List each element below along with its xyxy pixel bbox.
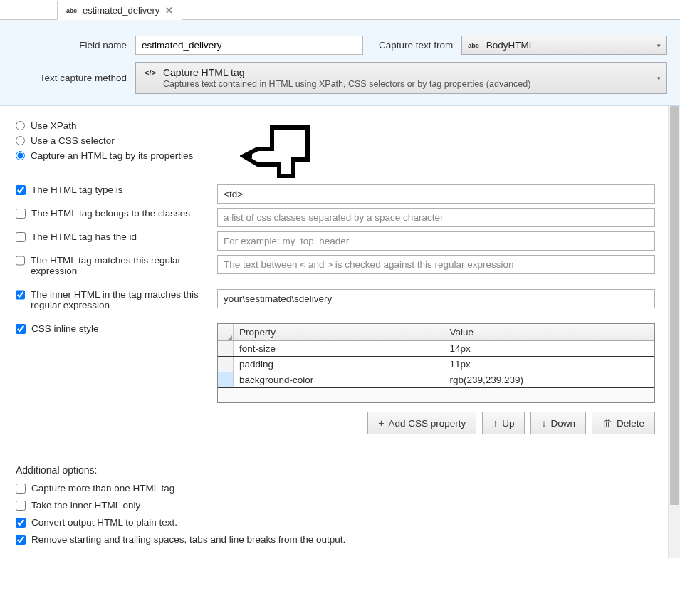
radio-use-css[interactable]: Use a CSS selector <box>16 135 233 146</box>
additional-title: Additional options: <box>16 464 655 476</box>
field-name-label: Field name <box>7 40 135 51</box>
btn-label: Up <box>502 418 514 429</box>
input-classes[interactable] <box>217 208 655 227</box>
additional-options: Additional options: Capture more than on… <box>16 464 655 545</box>
add-css-property-button[interactable]: +Add CSS property <box>367 412 476 434</box>
table-row[interactable]: background-color rgb(239,239,239) <box>218 372 654 388</box>
check-inner-regex[interactable]: The inner HTML in the tag matches this r… <box>16 289 211 310</box>
col-property: Property <box>234 324 444 340</box>
up-button[interactable]: ↑Up <box>482 412 525 434</box>
method-title: Capture HTML tag <box>163 67 530 78</box>
code-icon: </> <box>145 67 156 89</box>
opt-trim-output[interactable]: Remove starting and trailing spaces, tab… <box>16 534 655 545</box>
opt-label: Take the inner HTML only <box>31 500 140 511</box>
cell-prop: background-color <box>234 372 444 387</box>
opt-label: Remove starting and trailing spaces, tab… <box>31 534 345 545</box>
capture-from-select[interactable]: abc BodyHTML ▾ <box>461 36 667 55</box>
check-classes[interactable]: The HTML tag belongs to the classes <box>16 208 211 219</box>
opt-label: Convert output HTML to plain text. <box>31 517 177 528</box>
field-name-input[interactable] <box>135 36 363 55</box>
check-has-id-label: The HTML tag has the id <box>31 231 137 242</box>
trash-icon: 🗑 <box>602 417 612 429</box>
btn-label: Down <box>550 418 575 429</box>
table-row[interactable]: padding 11px <box>218 357 654 372</box>
radio-props-label: Capture an HTML tag by its properties <box>31 150 193 161</box>
svg-rect-0 <box>244 154 252 158</box>
opt-label: Capture more than one HTML tag <box>31 483 174 494</box>
arrow-up-icon: ↑ <box>493 417 498 429</box>
cell-val: rgb(239,239,239) <box>444 372 655 387</box>
tab-bar: abc estimated_delivery ✕ <box>0 0 680 20</box>
method-label: Text capture method <box>7 73 135 83</box>
check-has-id[interactable]: The HTML tag has the id <box>16 231 211 242</box>
check-css-style-label: CSS inline style <box>31 323 99 334</box>
opt-inner-html-only[interactable]: Take the inner HTML only <box>16 500 655 511</box>
radio-xpath-label: Use XPath <box>31 120 77 131</box>
method-select[interactable]: </> Capture HTML tag Captures text conta… <box>135 62 667 94</box>
close-icon[interactable]: ✕ <box>165 5 173 16</box>
opt-convert-plain[interactable]: Convert output HTML to plain text. <box>16 517 655 528</box>
check-inner-regex-label: The inner HTML in the tag matches this r… <box>31 289 211 310</box>
header-pane: Field name Capture text from abc BodyHTM… <box>0 20 680 106</box>
tab-estimated-delivery[interactable]: abc estimated_delivery ✕ <box>57 1 182 20</box>
btn-label: Add CSS property <box>388 418 466 429</box>
capture-from-label: Capture text from <box>363 40 461 51</box>
table-corner <box>218 324 234 340</box>
method-desc: Captures text contained in HTML using XP… <box>163 79 530 89</box>
tab-title: estimated_delivery <box>83 5 159 16</box>
pointer-icon <box>240 120 655 184</box>
capture-from-value: BodyHTML <box>486 40 535 51</box>
css-properties-table[interactable]: Property Value font-size 14px padding 11… <box>217 323 655 403</box>
radio-use-properties[interactable]: Capture an HTML tag by its properties <box>16 150 233 161</box>
opt-capture-multiple[interactable]: Capture more than one HTML tag <box>16 483 655 494</box>
input-tag-regex[interactable] <box>217 255 655 274</box>
scroll-thumb[interactable] <box>670 106 679 505</box>
input-inner-regex[interactable] <box>217 289 655 308</box>
check-classes-label: The HTML tag belongs to the classes <box>31 208 190 219</box>
cell-prop: padding <box>234 357 444 372</box>
abc-type-icon: abc <box>468 42 479 49</box>
check-tag-regex-label: The HTML tag matches this regular expres… <box>31 255 211 276</box>
chevron-down-icon: ▾ <box>657 42 661 49</box>
check-tag-regex[interactable]: The HTML tag matches this regular expres… <box>16 255 211 276</box>
radio-css-label: Use a CSS selector <box>31 135 115 146</box>
table-footer <box>218 388 654 402</box>
plus-icon: + <box>378 417 384 429</box>
cell-val: 11px <box>444 357 655 372</box>
table-row[interactable]: font-size 14px <box>218 341 654 357</box>
input-tag-type[interactable] <box>217 184 655 204</box>
col-value: Value <box>444 324 655 340</box>
input-has-id[interactable] <box>217 231 655 251</box>
abc-type-icon: abc <box>66 7 77 14</box>
delete-button[interactable]: 🗑Delete <box>592 412 655 434</box>
check-css-style[interactable]: CSS inline style <box>16 323 211 334</box>
cell-prop: font-size <box>234 341 444 356</box>
capture-mode-radios: Use XPath Use a CSS selector Capture an … <box>16 120 233 165</box>
arrow-down-icon: ↓ <box>541 417 546 429</box>
check-tag-type[interactable]: The HTML tag type is <box>16 184 211 195</box>
check-tag-type-label: The HTML tag type is <box>31 184 123 195</box>
chevron-down-icon: ▾ <box>657 75 661 82</box>
vertical-scrollbar[interactable] <box>668 106 680 558</box>
cell-val: 14px <box>444 341 655 356</box>
btn-label: Delete <box>617 418 644 429</box>
radio-use-xpath[interactable]: Use XPath <box>16 120 233 131</box>
down-button[interactable]: ↓Down <box>530 412 586 434</box>
